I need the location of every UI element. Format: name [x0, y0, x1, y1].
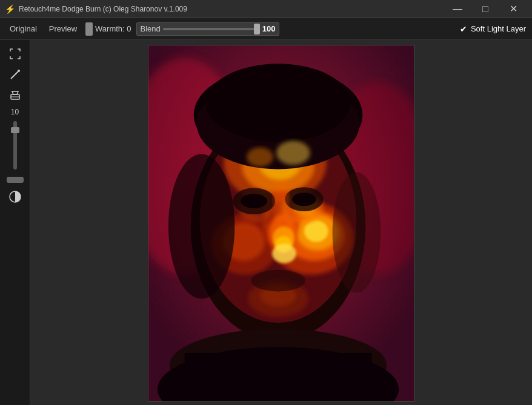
contrast-icon — [8, 190, 22, 203]
svg-point-35 — [292, 193, 316, 206]
size-slider[interactable] — [13, 121, 17, 170]
toolbar: Original Preview Warmth: 0 Blend 100 ✔ S… — [0, 18, 532, 40]
warmth-label: Warmth: 0 — [95, 24, 131, 33]
left-sidebar: 10 — [0, 40, 30, 405]
close-button[interactable]: ✕ — [499, 0, 527, 18]
soft-light-container: ✔ Soft Light Layer — [460, 24, 526, 34]
maximize-button[interactable]: □ — [471, 0, 499, 18]
title-bar-left: ⚡ Retouch4me Dodge Burn (c) Oleg Sharono… — [5, 4, 187, 14]
svg-point-40 — [168, 154, 235, 299]
app-icon: ⚡ — [5, 4, 15, 14]
eraser-icon — [10, 90, 21, 100]
svg-point-43 — [247, 148, 273, 167]
svg-point-41 — [333, 172, 381, 292]
size-slider-thumb — [11, 127, 19, 133]
size-indicator — [7, 177, 24, 183]
main-content: 10 — [0, 40, 532, 405]
svg-point-42 — [276, 141, 310, 165]
blend-slider[interactable] — [163, 28, 260, 30]
original-button[interactable]: Original — [6, 23, 41, 35]
minimize-button[interactable]: — — [444, 0, 471, 18]
svg-point-34 — [241, 194, 267, 208]
fit-view-button[interactable] — [5, 45, 25, 63]
canvas-area — [30, 40, 532, 405]
preview-button[interactable]: Preview — [45, 23, 81, 35]
warmth-group: Warmth: 0 — [85, 22, 131, 36]
face-image — [148, 45, 414, 401]
app-title: Retouch4me Dodge Burn (c) Oleg Sharonov … — [19, 5, 187, 13]
svg-point-1 — [18, 70, 20, 72]
blend-container: Blend 100 — [136, 22, 280, 36]
eraser-button[interactable] — [5, 86, 25, 104]
brush-icon — [10, 69, 21, 80]
svg-point-26 — [272, 244, 296, 263]
blend-value: 100 — [262, 24, 276, 33]
soft-light-checkmark: ✔ — [460, 24, 467, 34]
svg-line-0 — [11, 71, 18, 79]
contrast-button[interactable] — [5, 188, 25, 206]
blend-label: Blend — [141, 24, 161, 33]
svg-marker-4 — [12, 91, 18, 94]
brush-button[interactable] — [5, 65, 25, 84]
svg-point-39 — [206, 64, 351, 142]
image-container — [148, 45, 414, 402]
svg-rect-44 — [274, 184, 288, 220]
svg-point-19 — [304, 220, 328, 242]
fit-icon — [10, 48, 21, 59]
brush-size-value: 10 — [11, 108, 19, 116]
title-bar: ⚡ Retouch4me Dodge Burn (c) Oleg Sharono… — [0, 0, 532, 18]
title-bar-controls: — □ ✕ — [444, 0, 527, 18]
svg-rect-46 — [185, 353, 372, 401]
soft-light-label: Soft Light Layer — [471, 24, 526, 33]
warmth-slider[interactable] — [85, 22, 93, 36]
svg-point-36 — [251, 270, 305, 292]
